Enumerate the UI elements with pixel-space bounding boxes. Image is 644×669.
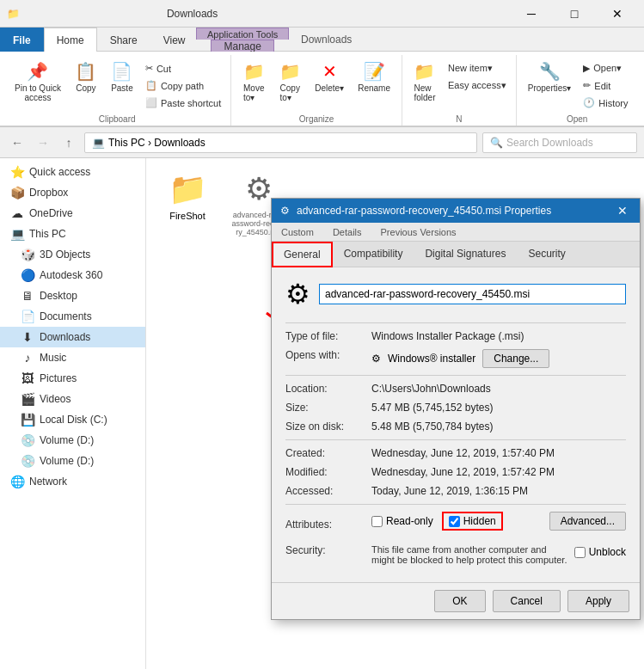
videos-icon: 🎬: [21, 392, 34, 406]
back-button[interactable]: ←: [7, 132, 28, 153]
ribbon-group-open: 🔧 Properties▾ ▶ Open▾ ✏ Edit 🕐 History O…: [517, 55, 638, 126]
music-icon: ♪: [21, 351, 34, 365]
tab-share[interactable]: Share: [97, 28, 150, 52]
sidebar-item-network[interactable]: 🌐 Network: [0, 471, 145, 492]
dialog-tab-custom[interactable]: Custom: [272, 223, 323, 241]
ribbon-properties-button[interactable]: 🔧 Properties▾: [522, 57, 578, 97]
sidebar-item-onedrive[interactable]: ☁ OneDrive: [0, 203, 145, 224]
dialog-tab-previous-versions[interactable]: Previous Versions: [371, 223, 466, 241]
ribbon-tabs-row: File Home Share View Application Tools M…: [0, 28, 644, 52]
ribbon-cut-button[interactable]: ✂ Cut: [141, 60, 225, 77]
cancel-button[interactable]: Cancel: [493, 590, 561, 612]
sidebar-item-autodesk[interactable]: 🔵 Autodesk 360: [0, 265, 145, 285]
sidebar-item-local-disk-c[interactable]: 💾 Local Disk (C:): [0, 409, 145, 430]
forward-button[interactable]: →: [33, 132, 53, 153]
desktop-icon: 🖥: [21, 289, 34, 303]
ribbon-edit-button[interactable]: ✏ Edit: [579, 77, 632, 94]
downloads-tab-label[interactable]: Downloads: [301, 34, 352, 46]
ribbon-copy-button[interactable]: 📋 Copy: [69, 57, 103, 97]
ok-button[interactable]: OK: [434, 590, 485, 612]
delete-icon: ✕: [322, 61, 337, 82]
ribbon-group-organize: 📁 Moveto▾ 📁 Copyto▾ ✕ Delete▾ 📝 Rename O…: [231, 55, 402, 126]
ribbon-copy-to-button[interactable]: 📁 Copyto▾: [273, 57, 307, 107]
dialog-label-type: Type of file:: [285, 330, 371, 342]
dialog-title-bar: ⚙ advanced-rar-password-recovery_45450.m…: [272, 199, 640, 223]
sidebar-item-3d-objects[interactable]: 🎲 3D Objects: [0, 244, 145, 265]
tab-manage[interactable]: Manage: [211, 40, 273, 52]
ribbon-open-button[interactable]: ▶ Open▾: [579, 60, 632, 77]
dialog-tab-details[interactable]: Details: [323, 223, 371, 241]
sidebar-item-downloads[interactable]: ⬇ Downloads: [0, 327, 145, 347]
sidebar-item-music[interactable]: ♪ Music: [0, 347, 145, 368]
ribbon-paste-button[interactable]: 📄 Paste: [105, 57, 139, 97]
sidebar-item-quick-access[interactable]: ⭐ Quick access: [0, 162, 145, 182]
ribbon-group-clipboard: 📌 Pin to Quickaccess 📋 Copy 📄 Paste ✂ Cu…: [3, 55, 231, 126]
sidebar-item-pictures[interactable]: 🖼 Pictures: [0, 368, 145, 389]
sidebar-item-dropbox[interactable]: 📦 Dropbox: [0, 182, 145, 203]
sidebar-item-videos[interactable]: 🎬 Videos: [0, 389, 145, 409]
window-close-button[interactable]: ✕: [598, 2, 637, 26]
unblock-checkbox-item: Unblock: [574, 546, 626, 558]
minimize-button[interactable]: ─: [512, 2, 551, 26]
dialog-tab-general[interactable]: General: [272, 242, 333, 267]
dialog-label-modified: Modified:: [285, 466, 371, 478]
dialog-security-text: This file came from another computer and…: [371, 544, 567, 565]
sidebar-item-this-pc[interactable]: 💻 This PC: [0, 224, 145, 244]
autodesk-icon: 🔵: [21, 268, 34, 282]
address-path[interactable]: 💻 This PC › Downloads: [84, 132, 477, 153]
file-item-fireshot[interactable]: 📁 FireShot: [153, 165, 222, 227]
ribbon-rename-button[interactable]: 📝 Rename: [352, 57, 396, 97]
dialog-row-attributes: Attributes: Read-only Hidden Advanced...: [285, 512, 626, 537]
tab-view[interactable]: View: [150, 28, 199, 52]
ribbon-copy-path-button[interactable]: 📋 Copy path: [141, 77, 225, 94]
up-button[interactable]: ↑: [58, 132, 79, 153]
apply-button[interactable]: Apply: [567, 590, 629, 612]
address-bar: ← → ↑ 💻 This PC › Downloads 🔍 Search Dow…: [0, 127, 644, 158]
hidden-label: Hidden: [463, 515, 496, 527]
onedrive-icon: ☁: [10, 206, 24, 220]
volume-d2-icon: 💿: [21, 454, 34, 468]
sidebar-item-volume-d2[interactable]: 💿 Volume (D:): [0, 451, 145, 471]
dialog-row-type: Type of file: Windows Installer Package …: [285, 330, 626, 342]
ribbon-history-button[interactable]: 🕐 History: [579, 95, 632, 111]
dialog-label-size: Size:: [285, 402, 371, 414]
search-box[interactable]: 🔍 Search Downloads: [482, 132, 637, 153]
change-button[interactable]: Change...: [482, 349, 549, 368]
ribbon-easy-access-button[interactable]: Easy access▾: [444, 77, 511, 94]
dialog-tab-compatibility[interactable]: Compatibility: [333, 242, 414, 267]
new-folder-icon: 📁: [414, 61, 435, 82]
sidebar-item-volume-d1[interactable]: 💿 Volume (D:): [0, 430, 145, 451]
pictures-icon: 🖼: [21, 371, 34, 385]
dialog-label-opens-with: Opens with:: [285, 349, 371, 368]
ribbon-new-item-button[interactable]: New item▾: [444, 60, 511, 77]
pin-icon: 📌: [27, 61, 48, 82]
advanced-button[interactable]: Advanced...: [549, 512, 626, 531]
dialog-filename-input[interactable]: [319, 284, 626, 304]
copy-to-icon: 📁: [279, 61, 301, 82]
paste-shortcut-icon: ⬜: [145, 97, 157, 108]
dialog-tab-digital-signatures[interactable]: Digital Signatures: [414, 242, 517, 267]
sidebar-item-desktop[interactable]: 🖥 Desktop: [0, 285, 145, 306]
ribbon-move-to-button[interactable]: 📁 Moveto▾: [236, 57, 271, 107]
dialog-label-security: Security:: [285, 544, 371, 556]
opens-with-icon: ⚙: [371, 353, 381, 365]
tab-home[interactable]: Home: [44, 28, 97, 52]
ribbon-new-folder-button[interactable]: 📁 Newfolder: [408, 57, 442, 107]
ribbon-pin-quick-access-button[interactable]: 📌 Pin to Quickaccess: [9, 57, 67, 107]
maximize-button[interactable]: □: [555, 2, 594, 26]
unblock-checkbox[interactable]: [574, 547, 586, 558]
ribbon-delete-button[interactable]: ✕ Delete▾: [309, 57, 350, 97]
dialog-body: ⚙ Type of file: Windows Installer Packag…: [272, 267, 640, 582]
hidden-checkbox[interactable]: [449, 516, 460, 527]
readonly-checkbox[interactable]: [371, 516, 383, 527]
dropbox-icon: 📦: [10, 186, 24, 199]
dialog-footer: OK Cancel Apply: [272, 582, 640, 619]
properties-dialog[interactable]: ⚙ advanced-rar-password-recovery_45450.m…: [271, 198, 641, 620]
dialog-value-type: Windows Installer Package (.msi): [371, 330, 626, 342]
ribbon-paste-shortcut-button[interactable]: ⬜ Paste shortcut: [141, 95, 225, 111]
dialog-close-button[interactable]: ✕: [614, 204, 631, 218]
tab-file[interactable]: File: [0, 28, 44, 52]
dialog-tabs-row1: Custom Details Previous Versions: [272, 223, 640, 242]
sidebar-item-documents[interactable]: 📄 Documents: [0, 306, 145, 327]
dialog-tab-security[interactable]: Security: [517, 242, 576, 267]
